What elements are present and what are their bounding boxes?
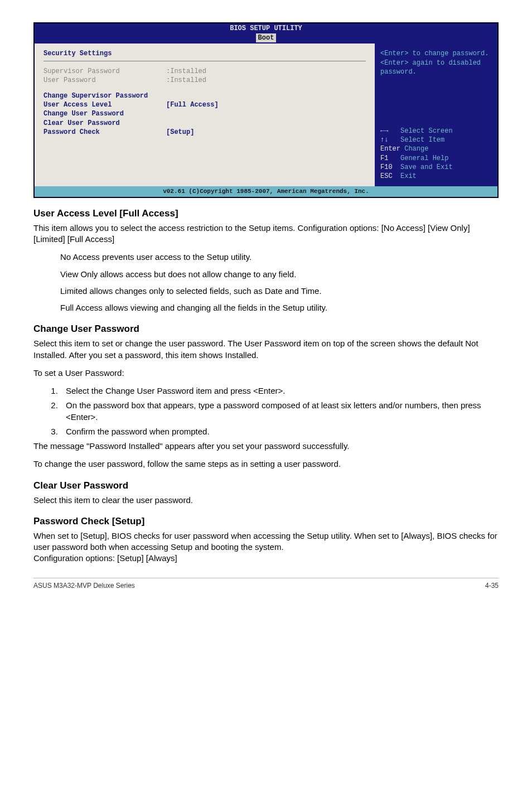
section-cup-heading: Change User Password [33,323,499,335]
footer-product: ASUS M3A32-MVP Deluxe Series [33,582,135,590]
password-check-label: Password Check [43,128,166,137]
bios-body: Security Settings Supervisor Password :I… [35,44,497,186]
step-3: Confirm the password when prompted. [60,426,499,437]
section-ual-desc: This item allows you to select the acces… [33,223,499,245]
supervisor-password-row: Supervisor Password :Installed [43,67,366,76]
help-text-1: <Enter> to change password. [380,49,492,58]
change-user-password: Change User Password [43,109,366,118]
user-access-level-value: [Full Access] [166,100,219,109]
bios-header: BIOS SETUP UTILITY [35,23,497,33]
bios-setup-box: BIOS SETUP UTILITY Boot Security Setting… [33,22,499,198]
legend-general-help: General Help [400,154,448,162]
section-pwcheck-opts: Configuration options: [Setup] [Always] [33,553,499,564]
section-pwcheck-desc: When set to [Setup], BIOS checks for use… [33,530,499,553]
section-cup-change: To change the user password, follow the … [33,458,499,470]
bios-tabs: Boot [35,33,497,44]
arrow-ud-icon: ↑↓ [380,136,388,144]
opt-no-access: No Access prevents user access to the Se… [60,252,499,263]
section-cup-desc: Select this item to set or change the us… [33,338,499,361]
user-access-level-label: User Access Level [43,100,166,109]
section-clear-desc: Select this item to clear the user passw… [33,495,499,506]
section-pwcheck-heading: Password Check [Setup] [33,516,499,527]
security-settings-title: Security Settings [43,49,366,61]
tab-boot: Boot [256,33,277,42]
legend-f1-key: F1 [380,154,388,162]
opt-view-only: View Only allows access but does not all… [60,269,499,280]
set-user-password-steps: Select the Change User Password item and… [33,385,499,437]
change-supervisor-password: Change Supervisor Password [43,91,366,100]
legend-select-screen: Select Screen [400,127,453,135]
password-check-row: Password Check [Setup] [43,128,366,137]
footer-page-number: 4-35 [485,582,499,590]
clear-user-password: Clear User Password [43,119,366,128]
legend-select-item: Select Item [400,136,444,144]
page-footer: ASUS M3A32-MVP Deluxe Series 4-35 [33,578,499,590]
bios-copyright: v02.61 (C)Copyright 1985-2007, American … [35,186,497,197]
arrow-lr-icon: ←→ [380,127,388,135]
opt-full-access: Full Access allows viewing and changing … [60,302,499,313]
user-access-level-row: User Access Level [Full Access] [43,100,366,109]
section-cup-toset: To set a User Password: [33,368,499,379]
section-cup-result: The message "Password Installed" appears… [33,441,499,452]
opt-limited: Limited allows changes only to selected … [60,286,499,297]
step-1: Select the Change User Password item and… [60,385,499,397]
user-password-label: User Password [43,76,166,85]
legend-exit: Exit [400,172,417,180]
section-ual-heading: User Access Level [Full Access] [33,208,499,219]
key-legend: ←→ Select Screen ↑↓ Select Item Enter Ch… [380,127,492,181]
supervisor-password-label: Supervisor Password [43,67,166,76]
help-text-2: <Enter> again to disabled password. [380,59,492,76]
user-password-value: :Installed [166,76,206,85]
user-password-row: User Password :Installed [43,76,366,85]
step-2: On the password box that appears, type a… [60,400,499,423]
legend-save-exit: Save and Exit [400,163,453,171]
supervisor-password-value: :Installed [166,67,206,76]
legend-esc-key: ESC [380,172,393,180]
bios-right-pane: <Enter> to change password. <Enter> agai… [375,44,497,186]
legend-f10-key: F10 [380,163,393,171]
ual-options-list: No Access prevents user access to the Se… [60,252,499,313]
legend-change: Change [404,145,428,153]
section-clear-heading: Clear User Password [33,480,499,491]
bios-left-pane: Security Settings Supervisor Password :I… [35,44,375,186]
legend-enter-key: Enter [380,145,400,153]
password-check-value: [Setup] [166,128,194,137]
